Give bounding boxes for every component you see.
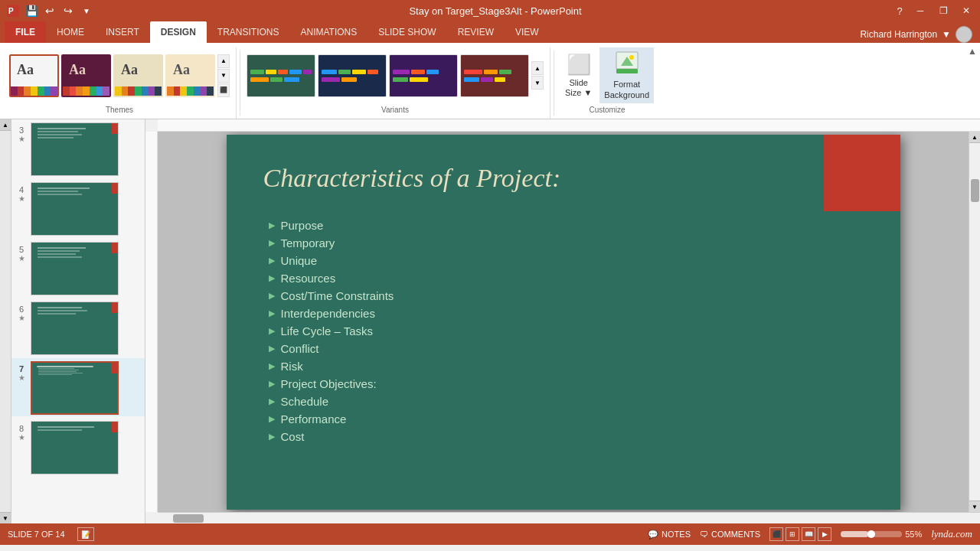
right-scroll-down[interactable]: ▼: [969, 500, 980, 512]
variant-thumb-3[interactable]: [389, 54, 458, 97]
tab-home[interactable]: HOME: [46, 21, 95, 43]
notes-button[interactable]: 💬 NOTES: [648, 530, 691, 540]
theme-thumb-2[interactable]: Aa: [61, 54, 111, 97]
tab-animations[interactable]: ANIMATIONS: [289, 21, 368, 43]
svg-text:P: P: [8, 7, 14, 15]
save-icon[interactable]: 💾: [23, 2, 40, 19]
variant-thumb-4[interactable]: [460, 54, 529, 97]
notes-label: NOTES: [662, 530, 691, 539]
bullet-risk: ▶ Risk: [269, 360, 394, 373]
slide-size-button[interactable]: ⬜ SlideSize ▼: [560, 50, 596, 101]
customize-group: ⬜ SlideSize ▼ FormatBackground Customize: [557, 47, 660, 119]
slide-sorter-btn[interactable]: ⊞: [786, 527, 799, 541]
horizontal-ruler: [158, 119, 980, 132]
customize-quick-access-icon[interactable]: ▼: [78, 2, 95, 19]
variant-scroll-down[interactable]: ▼: [531, 76, 544, 90]
notes-view-icon[interactable]: 📝: [77, 527, 94, 541]
slide-num-7: 7: [19, 364, 24, 373]
variants-group-label: Variants: [247, 103, 544, 116]
customize-group-label: Customize: [560, 103, 654, 116]
zoom-thumb[interactable]: [867, 530, 875, 538]
slides-panel: 3 ★ 4 ★: [11, 119, 145, 523]
slide-star-4: ★: [18, 194, 25, 203]
slide-star-5: ★: [18, 254, 25, 262]
tab-transitions[interactable]: TRANSITIONS: [207, 21, 290, 43]
slide-preview-7: [31, 361, 119, 415]
theme-thumb-1[interactable]: Aa: [9, 54, 59, 97]
slide-counter: SLIDE 7 OF 14: [8, 530, 65, 539]
slide-thumb-5[interactable]: 5 ★: [11, 239, 145, 297]
app-icon: P: [5, 2, 21, 19]
window-title: Stay on Target_Stage3Alt - PowerPoint: [100, 5, 891, 17]
slide-star-7: ★: [18, 373, 25, 382]
restore-button[interactable]: ❐: [933, 0, 954, 21]
bullet-unique: ▶ Unique: [269, 254, 394, 267]
slide-thumb-4[interactable]: 4 ★: [11, 179, 145, 237]
zoom-control: 55%: [841, 530, 922, 539]
bullet-cost: ▶ Cost: [269, 430, 394, 443]
ribbon-content: Aa Aa Aa: [0, 43, 980, 119]
redo-icon[interactable]: ↪: [60, 2, 77, 19]
slide-preview-3: [31, 122, 119, 176]
slide-red-accent: [824, 135, 900, 211]
scroll-up-btn[interactable]: ▲: [0, 119, 11, 131]
slide-star-3: ★: [18, 135, 25, 143]
slide-thumb-8[interactable]: 8 ★: [11, 418, 145, 476]
ribbon-tabs: FILE HOME INSERT DESIGN TRANSITIONS ANIM…: [0, 21, 980, 43]
bottom-scroll-thumb[interactable]: [173, 514, 204, 523]
theme-scroll-all[interactable]: ⬛: [217, 83, 230, 97]
slide-viewing-area[interactable]: Characteristics of a Project: ▶ Purpose …: [158, 132, 969, 512]
tab-design[interactable]: DESIGN: [150, 21, 207, 43]
theme-thumb-3[interactable]: Aa: [113, 54, 163, 97]
slide-num-5: 5: [19, 245, 24, 254]
right-scroll-up[interactable]: ▲: [969, 132, 980, 143]
tab-file[interactable]: FILE: [5, 21, 46, 43]
bullet-project-objectives: ▶ Project Objectives:: [269, 377, 394, 390]
slide-star-8: ★: [18, 433, 25, 442]
slideshow-view-btn[interactable]: ▶: [818, 527, 831, 541]
slide-size-label: SlideSize ▼: [565, 78, 592, 98]
user-avatar[interactable]: [956, 26, 972, 43]
slides-panel-left-scroll: ▲ ▼: [0, 119, 11, 523]
slide-preview-4: [31, 182, 119, 236]
bullet-schedule: ▶ Schedule: [269, 395, 394, 408]
user-name: Richard Harrington: [860, 29, 937, 40]
tab-review[interactable]: REVIEW: [447, 21, 505, 43]
theme-thumb-4[interactable]: Aa: [165, 54, 215, 97]
tab-view[interactable]: VIEW: [505, 21, 550, 43]
bullet-performance: ▶ Performance: [269, 412, 394, 425]
slide-canvas[interactable]: Characteristics of a Project: ▶ Purpose …: [227, 135, 900, 510]
close-button[interactable]: ✕: [956, 0, 977, 21]
normal-view-btn[interactable]: ⬛: [769, 527, 783, 541]
main-area: ▲ ▼ 3 ★ 4 ★: [0, 119, 980, 523]
format-background-button[interactable]: FormatBackground: [599, 47, 654, 103]
help-icon[interactable]: ?: [891, 2, 908, 19]
right-scroll-thumb[interactable]: [971, 179, 979, 202]
comments-button[interactable]: 🗨 COMMENTS: [700, 530, 760, 539]
variant-scroll-up[interactable]: ▲: [531, 61, 544, 75]
theme-scroll-down[interactable]: ▼: [217, 69, 230, 83]
minimize-button[interactable]: ─: [910, 0, 931, 21]
undo-icon[interactable]: ↩: [41, 2, 58, 19]
bullet-purpose: ▶ Purpose: [269, 219, 394, 232]
zoom-slider[interactable]: [841, 531, 902, 537]
slide-num-8: 8: [19, 424, 24, 433]
variant-thumb-2[interactable]: [318, 54, 387, 97]
variant-thumb-1[interactable]: [247, 54, 315, 97]
ribbon-collapse-button[interactable]: ▲: [968, 46, 977, 57]
theme-scroll-up[interactable]: ▲: [217, 54, 230, 68]
variants-group: ▲ ▼ Variants: [243, 47, 550, 119]
slide-thumb-6[interactable]: 6 ★: [11, 298, 145, 357]
slide-thumb-3[interactable]: 3 ★: [11, 119, 145, 178]
svg-rect-3: [616, 69, 638, 73]
view-buttons: ⬛ ⊞ 📖 ▶: [769, 527, 831, 541]
slide-bullets: ▶ Purpose ▶ Temporary ▶ Unique ▶: [269, 219, 394, 448]
status-bar: SLIDE 7 OF 14 📝 💬 NOTES 🗨 COMMENTS ⬛ ⊞ 📖…: [0, 523, 980, 545]
slide-preview-6: [31, 302, 119, 355]
scroll-down-btn[interactable]: ▼: [0, 512, 11, 523]
slide-thumb-7[interactable]: 7 ★: [11, 358, 145, 416]
tab-slideshow[interactable]: SLIDE SHOW: [368, 21, 446, 43]
tab-insert[interactable]: INSERT: [95, 21, 150, 43]
reading-view-btn[interactable]: 📖: [802, 527, 815, 541]
slide-preview-8: [31, 421, 119, 474]
